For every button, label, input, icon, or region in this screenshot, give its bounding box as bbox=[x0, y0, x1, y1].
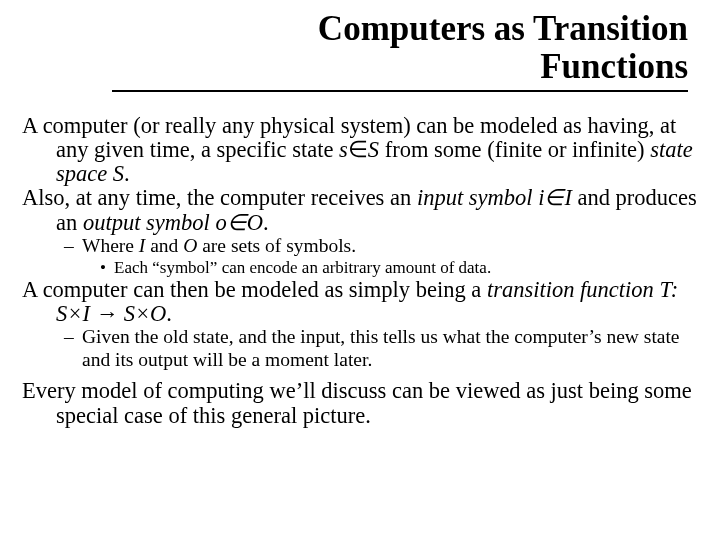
text: Where bbox=[82, 235, 139, 256]
var-S: S bbox=[368, 137, 379, 162]
term-transition-function: transition function bbox=[487, 277, 654, 302]
symbol-in: ∈ bbox=[348, 137, 368, 162]
text: . bbox=[166, 301, 172, 326]
var-oO: o∈O bbox=[210, 210, 263, 235]
paragraph-3: A computer can then be modeled as simply… bbox=[22, 278, 698, 327]
text: Each “symbol” can encode an arbitrary am… bbox=[114, 258, 491, 277]
dot-bullet: • bbox=[100, 258, 114, 278]
title-block: Computers as Transition Functions bbox=[112, 10, 688, 92]
text: from some (finite or infinite) bbox=[379, 137, 650, 162]
paragraph-1: A computer (or really any physical syste… bbox=[22, 114, 698, 187]
paragraph-4: Every model of computing we’ll discuss c… bbox=[22, 379, 698, 428]
text: and bbox=[145, 235, 183, 256]
var-O: O bbox=[183, 235, 197, 256]
text: are sets of symbols. bbox=[197, 235, 356, 256]
dash-bullet: – bbox=[64, 235, 82, 257]
text: Also, at any time, the computer receives… bbox=[22, 185, 417, 210]
var-s: s bbox=[339, 137, 348, 162]
dash-bullet: – bbox=[64, 326, 82, 348]
text: A computer can then be modeled as simply… bbox=[22, 277, 487, 302]
text: Given the old state, and the input, this… bbox=[82, 326, 680, 369]
text: . bbox=[124, 161, 130, 186]
sub-bullet-1: – Where I and O are sets of symbols. bbox=[22, 235, 698, 257]
term-input-symbol: input symbol bbox=[417, 185, 533, 210]
var-S: S bbox=[107, 161, 124, 186]
term-output-symbol: output symbol bbox=[83, 210, 210, 235]
var-iI: i∈I bbox=[533, 185, 572, 210]
sub-bullet-2: – Given the old state, and the input, th… bbox=[22, 326, 698, 371]
sub-sub-bullet-1: • Each “symbol” can encode an arbitrary … bbox=[22, 258, 698, 278]
text: . bbox=[263, 210, 269, 235]
paragraph-2: Also, at any time, the computer receives… bbox=[22, 186, 698, 235]
title-line-2: Functions bbox=[112, 48, 688, 86]
slide: Computers as Transition Functions A comp… bbox=[0, 0, 720, 540]
title-line-1: Computers as Transition bbox=[112, 10, 688, 48]
body-text: A computer (or really any physical syste… bbox=[22, 114, 698, 428]
